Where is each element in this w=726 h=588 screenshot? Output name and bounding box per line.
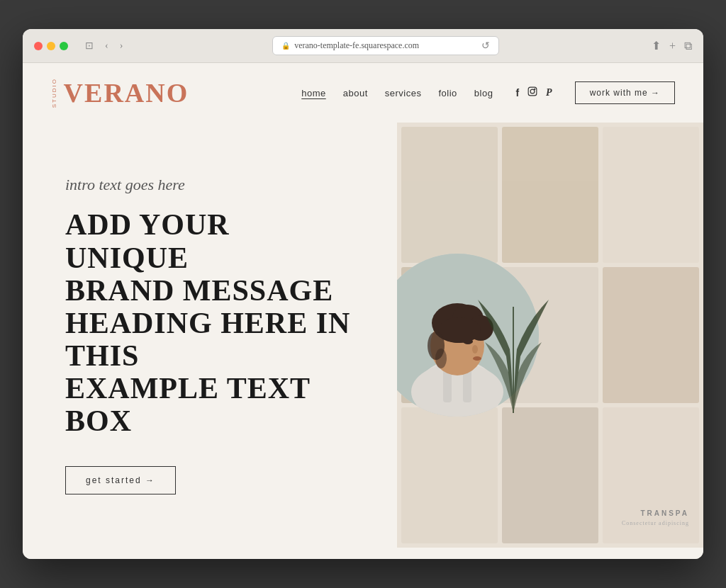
- reload-icon[interactable]: ↺: [481, 40, 490, 52]
- nav-window-btn[interactable]: ⊡: [82, 38, 96, 53]
- work-with-me-button[interactable]: work with me →: [575, 81, 675, 104]
- hero-intro-text: intro text goes here: [65, 176, 354, 194]
- dot-maximize[interactable]: [60, 42, 68, 50]
- collage-cell-7: [401, 407, 498, 543]
- hero-right: TRANSPA Consectetur adipiscing: [397, 123, 703, 548]
- svg-point-1: [530, 89, 535, 94]
- hero-left: intro text goes here ADD YOUR UNIQUE BRA…: [23, 123, 397, 548]
- facebook-icon[interactable]: f: [515, 87, 519, 98]
- logo-brand[interactable]: VERANO: [64, 77, 189, 108]
- svg-point-18: [435, 349, 447, 368]
- get-started-button[interactable]: get started →: [65, 466, 176, 494]
- nav-home[interactable]: home: [301, 88, 326, 98]
- logo-area: STUDIO VERANO: [51, 77, 189, 108]
- instagram-icon[interactable]: [527, 86, 537, 99]
- nav-about[interactable]: about: [343, 88, 368, 98]
- url-text: verano-template-fe.squarespace.com: [294, 40, 419, 51]
- site-header: STUDIO VERANO home about services folio …: [23, 63, 703, 123]
- collage-label: TRANSPA: [622, 509, 689, 517]
- nav-services[interactable]: services: [385, 88, 422, 98]
- url-bar[interactable]: 🔒 verano-template-fe.squarespace.com ↺: [272, 36, 499, 55]
- svg-rect-0: [528, 87, 537, 96]
- collage-cell-6: [603, 267, 699, 403]
- svg-point-2: [535, 89, 535, 89]
- browser-navigation: ⊡ ‹ ›: [82, 38, 125, 53]
- browser-titlebar: ⊡ ‹ › 🔒 verano-template-fe.squarespace.c…: [23, 29, 703, 63]
- nav-forward-btn[interactable]: ›: [117, 39, 126, 53]
- logo-vertical-text: STUDIO: [51, 78, 58, 108]
- dot-close[interactable]: [34, 42, 43, 50]
- collage-bottom-text: TRANSPA Consectetur adipiscing: [622, 509, 689, 526]
- share-icon[interactable]: ⬆: [652, 39, 661, 52]
- palm-leaf-icon: [471, 271, 556, 413]
- collage-cell-8: [502, 407, 598, 543]
- browser-addressbar: 🔒 verano-template-fe.squarespace.com ↺: [134, 36, 637, 55]
- website-content: STUDIO VERANO home about services folio …: [23, 63, 703, 559]
- hero-heading: ADD YOUR UNIQUE BRAND MESSAGE HEADING HE…: [65, 208, 354, 437]
- social-icons: f P: [515, 86, 552, 99]
- hero-section: intro text goes here ADD YOUR UNIQUE BRA…: [23, 123, 703, 548]
- new-tab-icon[interactable]: +: [669, 40, 676, 52]
- nav-back-btn[interactable]: ‹: [102, 39, 111, 53]
- lock-icon: 🔒: [281, 42, 290, 50]
- browser-window: ⊡ ‹ › 🔒 verano-template-fe.squarespace.c…: [23, 29, 703, 559]
- nav-blog[interactable]: blog: [474, 88, 493, 98]
- site-nav: home about services folio blog f P work …: [301, 81, 675, 104]
- browser-actions: ⬆ + ⧉: [652, 39, 692, 52]
- collage-cell-3: [603, 127, 699, 263]
- dot-minimize[interactable]: [47, 42, 55, 50]
- windows-icon[interactable]: ⧉: [684, 40, 692, 52]
- collage-cell-1: [401, 127, 498, 263]
- pinterest-icon[interactable]: P: [546, 87, 552, 98]
- nav-folio[interactable]: folio: [438, 88, 457, 98]
- collage-sublabel: Consectetur adipiscing: [622, 520, 689, 526]
- browser-dots: [34, 42, 68, 50]
- collage-cell-2: [502, 127, 598, 263]
